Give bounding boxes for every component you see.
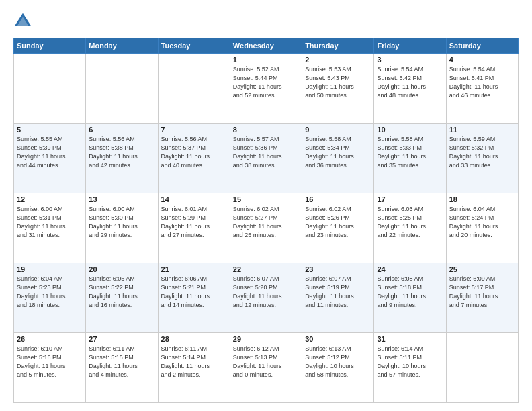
day-info: Sunrise: 6:06 AM Sunset: 5:21 PM Dayligh… [161,275,227,310]
header [13,12,519,31]
calendar-week-row: 12Sunrise: 6:00 AM Sunset: 5:31 PM Dayli… [14,193,519,263]
calendar-cell: 30Sunrise: 6:13 AM Sunset: 5:12 PM Dayli… [302,333,374,403]
weekday-header-wednesday: Wednesday [230,38,302,54]
day-number: 19 [17,265,83,273]
day-number: 18 [449,195,515,203]
day-number: 2 [305,56,371,64]
day-number: 3 [377,56,443,64]
calendar-cell: 31Sunrise: 6:14 AM Sunset: 5:11 PM Dayli… [374,333,446,403]
calendar-week-row: 5Sunrise: 5:55 AM Sunset: 5:39 PM Daylig… [14,124,519,193]
day-number: 10 [377,126,443,134]
calendar-cell: 12Sunrise: 6:00 AM Sunset: 5:31 PM Dayli… [14,193,86,263]
day-info: Sunrise: 6:10 AM Sunset: 5:16 PM Dayligh… [17,345,83,379]
day-number: 1 [233,56,299,64]
weekday-header-row: SundayMondayTuesdayWednesdayThursdayFrid… [14,38,519,54]
weekday-header-saturday: Saturday [446,38,518,54]
logo [13,12,35,31]
day-number: 27 [89,335,154,343]
calendar-cell: 20Sunrise: 6:05 AM Sunset: 5:22 PM Dayli… [86,263,158,333]
day-number: 26 [17,335,83,343]
day-number: 15 [233,195,299,203]
day-info: Sunrise: 6:02 AM Sunset: 5:26 PM Dayligh… [305,205,371,240]
day-number: 14 [161,195,227,203]
calendar-cell [446,333,518,403]
day-info: Sunrise: 6:01 AM Sunset: 5:29 PM Dayligh… [161,205,227,240]
day-info: Sunrise: 6:07 AM Sunset: 5:19 PM Dayligh… [305,275,371,310]
day-info: Sunrise: 6:04 AM Sunset: 5:24 PM Dayligh… [449,205,515,240]
day-number: 12 [17,195,83,203]
day-info: Sunrise: 6:05 AM Sunset: 5:22 PM Dayligh… [89,275,154,310]
calendar-cell: 10Sunrise: 5:58 AM Sunset: 5:33 PM Dayli… [374,124,446,193]
day-number: 24 [377,265,443,273]
calendar-cell: 3Sunrise: 5:54 AM Sunset: 5:42 PM Daylig… [374,54,446,124]
day-number: 17 [377,195,443,203]
calendar-cell: 16Sunrise: 6:02 AM Sunset: 5:26 PM Dayli… [302,193,374,263]
calendar-cell: 7Sunrise: 5:56 AM Sunset: 5:37 PM Daylig… [158,124,230,193]
calendar-cell: 25Sunrise: 6:09 AM Sunset: 5:17 PM Dayli… [446,263,518,333]
day-number: 16 [305,195,371,203]
weekday-header-thursday: Thursday [302,38,374,54]
calendar-cell: 9Sunrise: 5:58 AM Sunset: 5:34 PM Daylig… [302,124,374,193]
day-number: 9 [305,126,371,134]
day-info: Sunrise: 6:11 AM Sunset: 5:15 PM Dayligh… [89,345,154,379]
day-number: 7 [161,126,227,134]
day-info: Sunrise: 5:56 AM Sunset: 5:38 PM Dayligh… [89,135,154,170]
calendar-cell: 24Sunrise: 6:08 AM Sunset: 5:18 PM Dayli… [374,263,446,333]
day-info: Sunrise: 5:52 AM Sunset: 5:44 PM Dayligh… [233,65,299,100]
calendar-cell: 23Sunrise: 6:07 AM Sunset: 5:19 PM Dayli… [302,263,374,333]
calendar-cell: 18Sunrise: 6:04 AM Sunset: 5:24 PM Dayli… [446,193,518,263]
day-info: Sunrise: 5:57 AM Sunset: 5:36 PM Dayligh… [233,135,299,170]
calendar-table: SundayMondayTuesdayWednesdayThursdayFrid… [13,38,519,403]
day-number: 29 [233,335,299,343]
calendar-cell: 14Sunrise: 6:01 AM Sunset: 5:29 PM Dayli… [158,193,230,263]
day-number: 5 [17,126,83,134]
calendar-cell: 8Sunrise: 5:57 AM Sunset: 5:36 PM Daylig… [230,124,302,193]
calendar-cell: 6Sunrise: 5:56 AM Sunset: 5:38 PM Daylig… [86,124,158,193]
day-info: Sunrise: 6:12 AM Sunset: 5:13 PM Dayligh… [233,345,299,379]
weekday-header-friday: Friday [374,38,446,54]
day-number: 21 [161,265,227,273]
day-info: Sunrise: 5:55 AM Sunset: 5:39 PM Dayligh… [17,135,83,170]
day-info: Sunrise: 5:54 AM Sunset: 5:41 PM Dayligh… [449,65,515,100]
calendar-cell: 21Sunrise: 6:06 AM Sunset: 5:21 PM Dayli… [158,263,230,333]
day-info: Sunrise: 6:02 AM Sunset: 5:27 PM Dayligh… [233,205,299,240]
day-info: Sunrise: 6:08 AM Sunset: 5:18 PM Dayligh… [377,275,443,310]
calendar-cell: 2Sunrise: 5:53 AM Sunset: 5:43 PM Daylig… [302,54,374,124]
calendar-week-row: 19Sunrise: 6:04 AM Sunset: 5:23 PM Dayli… [14,263,519,333]
calendar-week-row: 1Sunrise: 5:52 AM Sunset: 5:44 PM Daylig… [14,54,519,124]
calendar-cell: 22Sunrise: 6:07 AM Sunset: 5:20 PM Dayli… [230,263,302,333]
day-info: Sunrise: 6:00 AM Sunset: 5:30 PM Dayligh… [89,205,154,240]
day-number: 13 [89,195,154,203]
day-number: 20 [89,265,154,273]
day-info: Sunrise: 6:07 AM Sunset: 5:20 PM Dayligh… [233,275,299,310]
day-info: Sunrise: 5:58 AM Sunset: 5:34 PM Dayligh… [305,135,371,170]
day-info: Sunrise: 6:14 AM Sunset: 5:11 PM Dayligh… [377,345,443,379]
weekday-header-tuesday: Tuesday [158,38,230,54]
weekday-header-monday: Monday [86,38,158,54]
calendar-cell: 26Sunrise: 6:10 AM Sunset: 5:16 PM Dayli… [14,333,86,403]
calendar-cell [86,54,158,124]
calendar-cell: 1Sunrise: 5:52 AM Sunset: 5:44 PM Daylig… [230,54,302,124]
day-number: 11 [449,126,515,134]
calendar-cell: 15Sunrise: 6:02 AM Sunset: 5:27 PM Dayli… [230,193,302,263]
day-info: Sunrise: 6:09 AM Sunset: 5:17 PM Dayligh… [449,275,515,310]
calendar-cell [158,54,230,124]
calendar-cell: 29Sunrise: 6:12 AM Sunset: 5:13 PM Dayli… [230,333,302,403]
day-number: 4 [449,56,515,64]
logo-icon [13,12,32,31]
day-info: Sunrise: 6:04 AM Sunset: 5:23 PM Dayligh… [17,275,83,310]
calendar-cell [14,54,86,124]
day-info: Sunrise: 6:11 AM Sunset: 5:14 PM Dayligh… [161,345,227,379]
day-number: 8 [233,126,299,134]
day-info: Sunrise: 5:56 AM Sunset: 5:37 PM Dayligh… [161,135,227,170]
weekday-header-sunday: Sunday [14,38,86,54]
day-info: Sunrise: 5:54 AM Sunset: 5:42 PM Dayligh… [377,65,443,100]
calendar-cell: 13Sunrise: 6:00 AM Sunset: 5:30 PM Dayli… [86,193,158,263]
day-info: Sunrise: 6:03 AM Sunset: 5:25 PM Dayligh… [377,205,443,240]
calendar-cell: 19Sunrise: 6:04 AM Sunset: 5:23 PM Dayli… [14,263,86,333]
day-number: 30 [305,335,371,343]
day-info: Sunrise: 5:59 AM Sunset: 5:32 PM Dayligh… [449,135,515,170]
day-info: Sunrise: 6:00 AM Sunset: 5:31 PM Dayligh… [17,205,83,240]
day-info: Sunrise: 5:58 AM Sunset: 5:33 PM Dayligh… [377,135,443,170]
day-number: 6 [89,126,154,134]
